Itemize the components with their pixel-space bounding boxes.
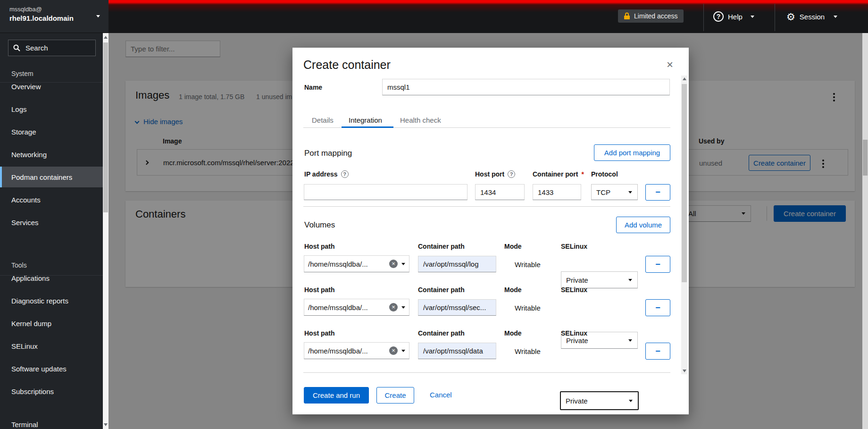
required-asterisk: * bbox=[581, 170, 584, 178]
host-port-input[interactable] bbox=[475, 184, 525, 200]
mode-label: Mode bbox=[504, 243, 522, 250]
help-label: Help bbox=[728, 13, 743, 21]
limited-access-button[interactable]: Limited access bbox=[618, 9, 684, 23]
host-path-combo[interactable]: /home/mssqldba/... × bbox=[304, 299, 409, 316]
remove-volume-button[interactable]: − bbox=[645, 343, 670, 360]
container-path-label: Container path bbox=[418, 329, 465, 337]
create-and-run-button[interactable]: Create and run bbox=[304, 387, 369, 404]
page-scrollbar-thumb[interactable] bbox=[863, 140, 868, 176]
session-menu[interactable]: ⚙ Session bbox=[786, 0, 837, 33]
host-switcher[interactable]: mssqldba@ rhel91.localdomain bbox=[0, 0, 108, 33]
remove-volume-button[interactable]: − bbox=[645, 299, 670, 316]
close-icon[interactable]: × bbox=[667, 60, 673, 69]
chevron-down-icon bbox=[834, 16, 837, 18]
minus-icon: − bbox=[655, 303, 660, 313]
name-label: Name bbox=[304, 84, 322, 91]
mode-label: Mode bbox=[504, 286, 522, 294]
writable-label: Writable bbox=[515, 347, 541, 355]
tab-integration[interactable]: Integration bbox=[349, 116, 382, 124]
chevron-down-icon[interactable] bbox=[401, 263, 405, 265]
session-label: Session bbox=[800, 13, 825, 21]
sidebar-item-logs[interactable]: Logs bbox=[0, 99, 105, 119]
page-scrollbar[interactable] bbox=[862, 33, 868, 429]
minus-icon: − bbox=[655, 187, 660, 197]
help-icon[interactable]: ? bbox=[508, 170, 515, 178]
screen: mssqldba@ rhel91.localdomain Limited acc… bbox=[0, 0, 868, 429]
lock-icon bbox=[624, 12, 630, 20]
chevron-down-icon bbox=[751, 16, 754, 18]
sidebar-item-podman-containers[interactable]: Podman containers bbox=[0, 167, 108, 187]
sidebar-item-overview[interactable]: Overview bbox=[0, 76, 105, 97]
scroll-down-icon[interactable] bbox=[683, 370, 686, 372]
search-placeholder: Search bbox=[25, 44, 48, 52]
container-path-label: Container path bbox=[418, 286, 465, 294]
clear-icon[interactable]: × bbox=[389, 346, 398, 355]
modal-scrollbar[interactable] bbox=[681, 76, 687, 374]
container-path-label: Container path bbox=[418, 243, 465, 250]
clear-icon[interactable]: × bbox=[389, 260, 398, 268]
name-input[interactable] bbox=[382, 79, 670, 95]
minus-icon: − bbox=[655, 346, 660, 356]
sidebar-item-selinux[interactable]: SELinux bbox=[0, 336, 105, 356]
add-volume-button[interactable]: Add volume bbox=[616, 217, 670, 233]
clear-icon[interactable]: × bbox=[389, 303, 398, 311]
logged-in-user: mssqldba@ bbox=[9, 5, 99, 13]
writable-label: Writable bbox=[515, 261, 541, 269]
modal-scrollbar-thumb[interactable] bbox=[682, 84, 687, 282]
sidebar-item-applications[interactable]: Applications bbox=[0, 268, 105, 288]
host-path-label: Host path bbox=[304, 286, 335, 294]
sidebar-item-networking[interactable]: Networking bbox=[0, 144, 105, 165]
host-path-label: Host path bbox=[304, 243, 335, 250]
chevron-down-icon[interactable] bbox=[401, 350, 405, 352]
protocol-select[interactable]: TCP bbox=[591, 184, 638, 200]
cancel-button[interactable]: Cancel bbox=[430, 391, 452, 399]
selinux-select-focused[interactable]: Private bbox=[560, 391, 639, 410]
sidebar-item-subscriptions[interactable]: Subscriptions bbox=[0, 381, 105, 402]
tab-details[interactable]: Details bbox=[312, 116, 334, 124]
selinux-label: SELinux bbox=[561, 286, 587, 294]
masthead-divider bbox=[775, 4, 775, 31]
sidebar-item-software-updates[interactable]: Software updates bbox=[0, 358, 105, 379]
chevron-down-icon bbox=[629, 400, 633, 402]
ip-address-label: IP address ? bbox=[304, 170, 349, 178]
volumes-title: Volumes bbox=[304, 220, 335, 230]
sidebar-search-input[interactable]: Search bbox=[8, 40, 96, 56]
host-path-combo[interactable]: /home/mssqldba/... × bbox=[304, 255, 409, 272]
help-icon[interactable]: ? bbox=[341, 170, 349, 178]
mode-label: Mode bbox=[504, 329, 522, 337]
sidebar-item-services[interactable]: Services bbox=[0, 212, 105, 233]
add-port-mapping-button[interactable]: Add port mapping bbox=[594, 144, 670, 161]
sidebar-item-storage[interactable]: Storage bbox=[0, 121, 105, 142]
limited-access-label: Limited access bbox=[634, 12, 678, 20]
sidebar-item-accounts[interactable]: Accounts bbox=[0, 189, 105, 210]
host-port-label: Host port ? bbox=[475, 170, 515, 178]
ip-address-input[interactable] bbox=[304, 184, 467, 200]
sidebar-scrollbar-thumb[interactable] bbox=[103, 42, 108, 212]
help-menu[interactable]: ? Help bbox=[713, 0, 754, 33]
container-path-input[interactable] bbox=[418, 256, 496, 272]
scroll-down-icon[interactable] bbox=[104, 423, 108, 426]
sidebar-item-diagnostic-reports[interactable]: Diagnostic reports bbox=[0, 290, 105, 311]
sidebar-item-kernel-dump[interactable]: Kernel dump bbox=[0, 313, 105, 334]
scroll-up-icon[interactable] bbox=[104, 36, 108, 39]
remove-volume-button[interactable]: − bbox=[645, 256, 670, 273]
chevron-down-icon[interactable] bbox=[401, 306, 405, 309]
container-port-input[interactable] bbox=[533, 184, 581, 200]
remove-port-mapping-button[interactable]: − bbox=[645, 184, 670, 201]
selinux-label: SELinux bbox=[561, 243, 587, 250]
chevron-down-icon bbox=[96, 15, 100, 17]
help-icon: ? bbox=[713, 11, 724, 22]
footer-divider bbox=[303, 372, 670, 373]
scroll-up-icon[interactable] bbox=[683, 77, 686, 80]
tab-health-check[interactable]: Health check bbox=[400, 116, 441, 124]
host-path-combo[interactable]: /home/mssqldba/... × bbox=[304, 342, 409, 359]
create-button[interactable]: Create bbox=[376, 387, 414, 404]
sidebar-item-terminal[interactable]: Terminal bbox=[0, 414, 105, 429]
sidebar-scrollbar[interactable] bbox=[103, 33, 108, 429]
hostname: rhel91.localdomain bbox=[9, 13, 99, 23]
search-icon bbox=[13, 44, 20, 51]
create-container-modal: Create container × Name Details Integrat… bbox=[292, 48, 689, 414]
container-path-input[interactable] bbox=[418, 343, 496, 359]
container-path-input[interactable] bbox=[418, 299, 496, 316]
port-mapping-title: Port mapping bbox=[304, 149, 352, 158]
